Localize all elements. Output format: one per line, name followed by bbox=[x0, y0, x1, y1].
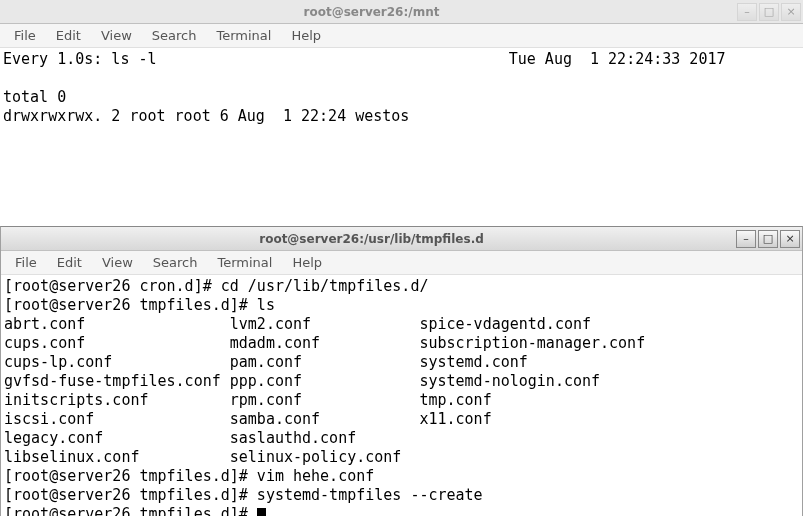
terminal-window-mnt: root@server26:/mnt – □ × File Edit View … bbox=[0, 0, 803, 226]
menu-edit[interactable]: Edit bbox=[46, 26, 91, 45]
maximize-button[interactable]: □ bbox=[759, 3, 779, 21]
spacer bbox=[157, 50, 509, 68]
maximize-icon: □ bbox=[764, 5, 774, 18]
menubar: File Edit View Search Terminal Help bbox=[1, 251, 802, 275]
terminal-output[interactable]: Every 1.0s: ls -l Tue Aug 1 22:24:33 201… bbox=[0, 48, 803, 128]
menu-file[interactable]: File bbox=[5, 253, 47, 272]
output-line: [root@server26 cron.d]# cd /usr/lib/tmpf… bbox=[4, 277, 428, 295]
output-line: [root@server26 tmpfiles.d]# vim hehe.con… bbox=[4, 467, 374, 485]
terminal-output[interactable]: [root@server26 cron.d]# cd /usr/lib/tmpf… bbox=[1, 275, 802, 516]
output-line: cups.conf mdadm.conf subscription-manage… bbox=[4, 334, 645, 352]
output-line: legacy.conf saslauthd.conf bbox=[4, 429, 356, 447]
watch-header-right: Tue Aug 1 22:24:33 2017 bbox=[509, 50, 726, 68]
watch-header-left: Every 1.0s: ls -l bbox=[3, 50, 157, 68]
menu-help[interactable]: Help bbox=[281, 26, 331, 45]
menu-help[interactable]: Help bbox=[282, 253, 332, 272]
menu-terminal[interactable]: Terminal bbox=[206, 26, 281, 45]
menu-view[interactable]: View bbox=[91, 26, 142, 45]
close-icon: × bbox=[785, 232, 794, 245]
close-button[interactable]: × bbox=[780, 230, 800, 248]
menu-search[interactable]: Search bbox=[142, 26, 207, 45]
menubar: File Edit View Search Terminal Help bbox=[0, 24, 803, 48]
terminal-window-tmpfiles: root@server26:/usr/lib/tmpfiles.d – □ × … bbox=[0, 226, 803, 516]
menu-view[interactable]: View bbox=[92, 253, 143, 272]
output-line: cups-lp.conf pam.conf systemd.conf bbox=[4, 353, 528, 371]
minimize-icon: – bbox=[743, 232, 749, 245]
close-button[interactable]: × bbox=[781, 3, 801, 21]
titlebar[interactable]: root@server26:/usr/lib/tmpfiles.d – □ × bbox=[1, 227, 802, 251]
menu-terminal[interactable]: Terminal bbox=[207, 253, 282, 272]
output-line: [root@server26 tmpfiles.d]# ls bbox=[4, 296, 275, 314]
listing-line: drwxrwxrwx. 2 root root 6 Aug 1 22:24 we… bbox=[3, 107, 409, 125]
output-line: initscripts.conf rpm.conf tmp.conf bbox=[4, 391, 492, 409]
menu-file[interactable]: File bbox=[4, 26, 46, 45]
minimize-button[interactable]: – bbox=[736, 230, 756, 248]
menu-edit[interactable]: Edit bbox=[47, 253, 92, 272]
output-line: libselinux.conf selinux-policy.conf bbox=[4, 448, 401, 466]
output-line: abrt.conf lvm2.conf spice-vdagentd.conf bbox=[4, 315, 591, 333]
maximize-button[interactable]: □ bbox=[758, 230, 778, 248]
window-title: root@server26:/usr/lib/tmpfiles.d bbox=[9, 232, 734, 246]
output-line: gvfsd-fuse-tmpfiles.conf ppp.conf system… bbox=[4, 372, 600, 390]
minimize-icon: – bbox=[744, 5, 750, 18]
titlebar[interactable]: root@server26:/mnt – □ × bbox=[0, 0, 803, 24]
menu-search[interactable]: Search bbox=[143, 253, 208, 272]
window-title: root@server26:/mnt bbox=[8, 5, 735, 19]
output-line: iscsi.conf samba.conf x11.conf bbox=[4, 410, 492, 428]
maximize-icon: □ bbox=[763, 232, 773, 245]
minimize-button[interactable]: – bbox=[737, 3, 757, 21]
prompt-line: [root@server26 tmpfiles.d]# bbox=[4, 505, 257, 516]
close-icon: × bbox=[786, 5, 795, 18]
total-line: total 0 bbox=[3, 88, 66, 106]
window-controls: – □ × bbox=[734, 230, 802, 248]
cursor-icon bbox=[257, 508, 266, 516]
output-line: [root@server26 tmpfiles.d]# systemd-tmpf… bbox=[4, 486, 483, 504]
window-controls: – □ × bbox=[735, 3, 803, 21]
